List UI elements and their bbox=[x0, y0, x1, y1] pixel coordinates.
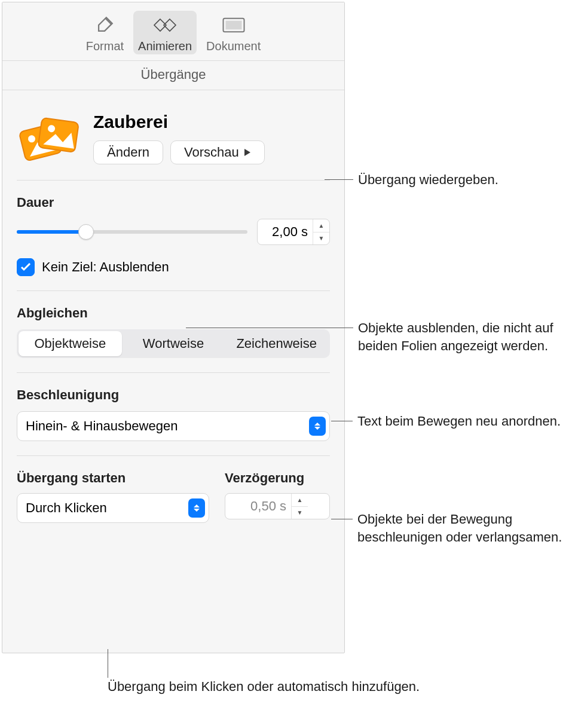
start-label: Übergang starten bbox=[17, 470, 209, 486]
start-select[interactable]: Durch Klicken bbox=[17, 493, 209, 523]
start-value: Durch Klicken bbox=[26, 500, 107, 516]
stepper-down-icon[interactable]: ▼ bbox=[292, 507, 308, 519]
transition-title: Zauberei bbox=[93, 112, 330, 132]
brush-icon bbox=[94, 13, 115, 37]
tab-format-label: Format bbox=[86, 39, 124, 53]
select-caret-icon bbox=[309, 417, 326, 436]
transition-preview-icon bbox=[17, 112, 79, 167]
duration-input[interactable] bbox=[258, 219, 313, 244]
callout-fade: Objekte ausblenden, die nicht auf beiden… bbox=[186, 319, 562, 354]
match-option-object[interactable]: Objektweise bbox=[19, 331, 122, 356]
svg-rect-1 bbox=[226, 22, 241, 29]
stepper-down-icon[interactable]: ▼ bbox=[313, 233, 329, 245]
document-icon bbox=[222, 13, 246, 37]
delay-input[interactable] bbox=[225, 494, 291, 519]
toolbar: Format Animieren Dokument bbox=[2, 2, 344, 61]
tab-format[interactable]: Format bbox=[81, 11, 129, 54]
callout-preview: Übergang wiedergeben. bbox=[325, 171, 562, 189]
slider-thumb[interactable] bbox=[78, 224, 94, 240]
fade-unmatched-label: Kein Ziel: Ausblenden bbox=[42, 259, 169, 275]
callout-accel: Objekte bei der Bewegung beschleunigen o… bbox=[331, 510, 569, 546]
delay-stepper[interactable]: ▲ ▼ bbox=[225, 493, 330, 519]
subheader-transitions: Übergänge bbox=[2, 61, 344, 90]
preview-button[interactable]: Vorschau bbox=[170, 140, 265, 164]
tab-document-label: Dokument bbox=[206, 39, 261, 53]
duration-slider[interactable] bbox=[17, 225, 247, 239]
delay-label: Verzögerung bbox=[225, 470, 330, 486]
accel-value: Hinein- & Hinausbewegen bbox=[26, 418, 178, 434]
stepper-up-icon[interactable]: ▲ bbox=[313, 219, 329, 233]
fade-unmatched-checkbox[interactable] bbox=[17, 258, 35, 276]
change-button[interactable]: Ändern bbox=[93, 140, 163, 164]
duration-label: Dauer bbox=[17, 195, 330, 210]
tab-animate[interactable]: Animieren bbox=[133, 11, 197, 54]
stepper-up-icon[interactable]: ▲ bbox=[292, 494, 308, 507]
tab-document[interactable]: Dokument bbox=[201, 11, 265, 54]
accel-label: Beschleunigung bbox=[17, 387, 330, 403]
play-icon bbox=[244, 145, 251, 160]
slider-fill bbox=[17, 230, 86, 234]
duration-stepper[interactable]: ▲ ▼ bbox=[257, 219, 330, 245]
callout-match: Text beim Bewegen neu anordnen. bbox=[331, 412, 562, 430]
tab-animate-label: Animieren bbox=[138, 39, 192, 53]
accel-select[interactable]: Hinein- & Hinausbewegen bbox=[17, 411, 330, 441]
select-caret-icon bbox=[188, 498, 205, 518]
diamonds-icon bbox=[152, 13, 178, 37]
